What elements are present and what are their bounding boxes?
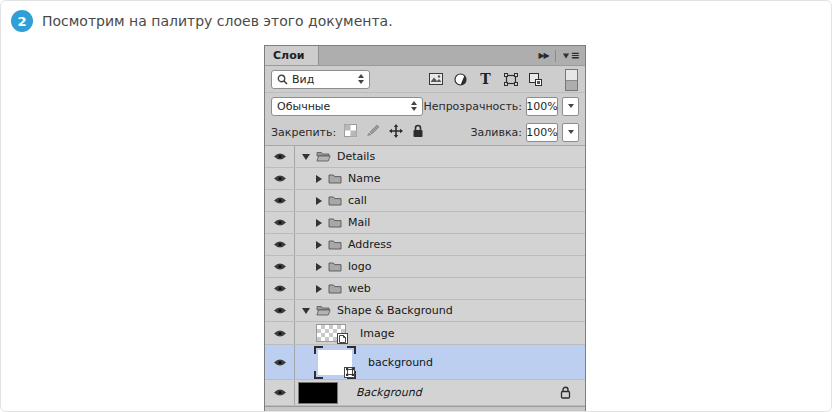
layer-row-call[interactable]: call xyxy=(265,190,585,212)
visibility-toggle[interactable] xyxy=(265,146,295,167)
layer-row-background-selected[interactable]: background xyxy=(265,345,585,380)
folder-icon xyxy=(328,173,342,184)
filter-toggle-knob xyxy=(566,70,577,81)
updown-arrows-icon xyxy=(411,101,417,111)
filter-toggle-switch[interactable] xyxy=(565,69,578,91)
visibility-toggle[interactable] xyxy=(265,212,295,233)
lock-position-icon[interactable] xyxy=(389,124,403,141)
blend-mode-value: Обычные xyxy=(277,100,330,113)
layer-thumbnail-shape[interactable] xyxy=(318,350,352,375)
fill-group: Заливка: 100% xyxy=(470,123,579,142)
eye-icon xyxy=(273,388,287,397)
folder-icon xyxy=(328,283,342,294)
lock-all-icon[interactable] xyxy=(412,124,424,141)
updown-arrows-icon xyxy=(358,74,364,84)
chevron-down-icon xyxy=(568,104,574,108)
visibility-toggle[interactable] xyxy=(265,234,295,255)
collapse-group-arrow[interactable] xyxy=(302,308,310,314)
layer-name: background xyxy=(368,356,433,369)
tab-layers[interactable]: Слои xyxy=(265,46,319,65)
layer-name: Image xyxy=(360,327,394,340)
folder-icon xyxy=(328,261,342,272)
type-layer-filter-icon[interactable]: T xyxy=(478,72,493,87)
lock-pixels-brush-icon[interactable] xyxy=(366,124,380,140)
lock-row: Закрепить: xyxy=(265,119,585,145)
expand-group-arrow[interactable] xyxy=(316,219,322,227)
layer-name: call xyxy=(348,194,367,207)
step-number: 2 xyxy=(17,14,26,29)
search-icon xyxy=(277,74,288,85)
lock-label: Закрепить: xyxy=(271,126,336,139)
blend-mode-select[interactable]: Обычные xyxy=(271,97,423,116)
shape-layer-filter-icon[interactable] xyxy=(503,72,518,87)
layer-row-details[interactable]: Details xyxy=(265,146,585,168)
smart-object-filter-icon[interactable] xyxy=(528,72,543,87)
expand-group-arrow[interactable] xyxy=(316,263,322,271)
layer-row-background-locked[interactable]: Background xyxy=(265,380,585,406)
fill-dropdown-button[interactable] xyxy=(562,123,579,142)
fill-label: Заливка: xyxy=(470,126,522,139)
visibility-toggle[interactable] xyxy=(265,380,295,405)
layer-name: logo xyxy=(348,260,372,273)
blend-row: Обычные Непрозрачность: 100% xyxy=(265,92,585,119)
layer-name: Name xyxy=(348,172,380,185)
expand-group-arrow[interactable] xyxy=(316,175,322,183)
visibility-toggle[interactable] xyxy=(265,256,295,277)
smart-object-badge-icon xyxy=(337,333,348,344)
menu-lines-icon: ≡ xyxy=(571,51,580,61)
layer-name: Shape & Background xyxy=(337,304,453,317)
collapse-panel-icon[interactable]: ▶▶ xyxy=(538,51,548,60)
layer-row-address[interactable]: Address xyxy=(265,234,585,256)
expand-group-arrow[interactable] xyxy=(316,241,322,249)
visibility-toggle[interactable] xyxy=(265,322,295,344)
layer-row-image[interactable]: Image xyxy=(265,322,585,345)
filter-row: Вид T xyxy=(265,66,585,92)
filter-kind-icons: T xyxy=(428,72,543,87)
eye-icon xyxy=(273,218,287,227)
layer-row-mail[interactable]: Mail xyxy=(265,212,585,234)
panel-tab-bar: Слои ▶▶ ≡ xyxy=(265,46,585,66)
expand-group-arrow[interactable] xyxy=(316,285,322,293)
visibility-toggle[interactable] xyxy=(265,345,295,379)
opacity-dropdown-button[interactable] xyxy=(562,97,579,116)
layer-name: Details xyxy=(337,150,375,163)
panel-menu-icon[interactable]: ≡ xyxy=(562,51,580,61)
adjustment-layer-filter-icon[interactable] xyxy=(453,72,468,87)
lock-transparency-icon[interactable] xyxy=(344,124,357,140)
folder-icon xyxy=(328,217,342,228)
eye-icon xyxy=(273,262,287,271)
collapse-group-arrow[interactable] xyxy=(302,154,310,160)
folder-icon xyxy=(328,239,342,250)
eye-icon xyxy=(273,196,287,205)
panel-footer xyxy=(265,406,585,412)
layer-thumbnail-transparent[interactable] xyxy=(316,324,346,342)
layer-lock-status xyxy=(560,386,571,399)
pixel-layer-filter-icon[interactable] xyxy=(428,72,443,87)
layer-row-name[interactable]: Name xyxy=(265,168,585,190)
visibility-toggle[interactable] xyxy=(265,300,295,321)
step-number-badge: 2 xyxy=(11,10,33,32)
layer-row-logo[interactable]: logo xyxy=(265,256,585,278)
visibility-toggle[interactable] xyxy=(265,190,295,211)
filter-type-value: Вид xyxy=(292,73,314,86)
opacity-label: Непрозрачность: xyxy=(423,100,522,113)
visibility-toggle[interactable] xyxy=(265,278,295,299)
layer-row-shape-background[interactable]: Shape & Background xyxy=(265,300,585,322)
opacity-group: Непрозрачность: 100% xyxy=(423,97,579,116)
layers-panel: Слои ▶▶ ≡ Вид xyxy=(264,45,586,412)
visibility-toggle[interactable] xyxy=(265,168,295,189)
eye-icon xyxy=(273,174,287,183)
fill-input[interactable]: 100% xyxy=(526,123,558,142)
opacity-input[interactable]: 100% xyxy=(526,97,558,116)
layer-name: Address xyxy=(348,238,392,251)
folder-icon xyxy=(328,195,342,206)
eye-icon xyxy=(273,358,287,367)
layer-row-web[interactable]: web xyxy=(265,278,585,300)
eye-icon xyxy=(273,329,287,338)
layer-thumbnail-black[interactable] xyxy=(298,382,338,404)
filter-type-select[interactable]: Вид xyxy=(271,70,370,89)
layer-name: web xyxy=(348,282,371,295)
expand-group-arrow[interactable] xyxy=(316,197,322,205)
layer-list: Details Name xyxy=(265,145,585,412)
eye-icon xyxy=(273,306,287,315)
